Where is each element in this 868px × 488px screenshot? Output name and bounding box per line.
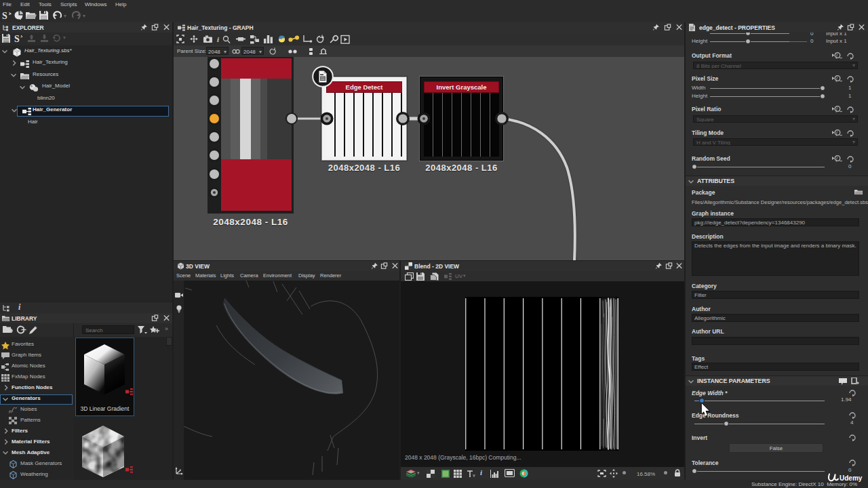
svg-text:S: S — [14, 34, 20, 43]
svg-text:i: i — [217, 35, 220, 43]
svg-text:Udemy: Udemy — [840, 474, 863, 482]
svg-text:S: S — [2, 11, 7, 20]
